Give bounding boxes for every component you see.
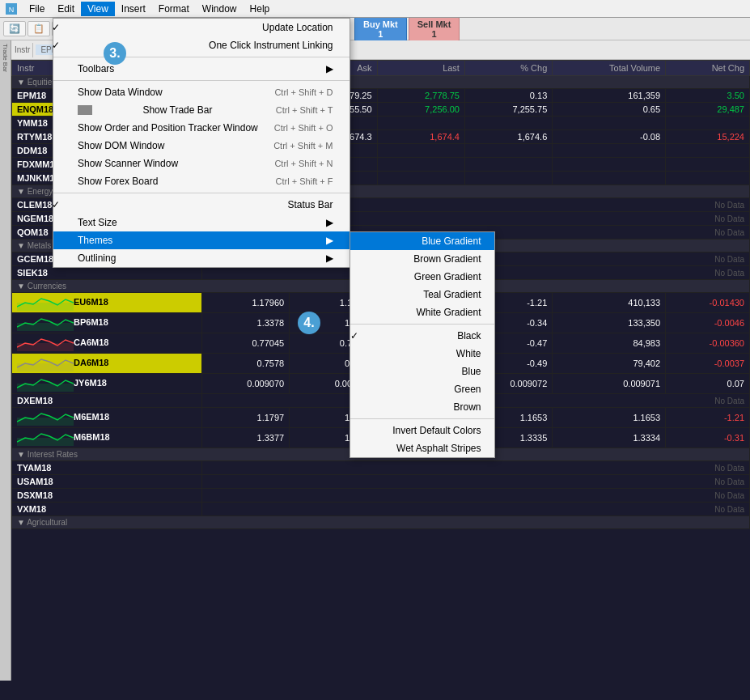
symbol-cell: TYAM18 [12,461,202,475]
menu-sep-3 [53,193,350,193]
symbol-cell: M6EM18 [12,408,202,428]
menu-status-bar[interactable]: ✓ Status Bar [53,196,350,214]
menu-toolbars[interactable]: Toolbars ▶ [53,60,350,78]
step-3-badge: 3. [104,42,126,65]
pchg-cell: 7,255.75 [464,103,552,117]
side-bar: Trade Bar [0,40,11,681]
svg-rect-4 [17,343,74,351]
svg-rect-7 [17,418,74,426]
bid-cell: 0.7578 [201,354,289,374]
theme-brown[interactable]: Brown [350,398,494,416]
nchg-cell: 3.50 [666,89,750,103]
menu-show-trade-bar[interactable]: Show Trade Bar Ctrl + Shift + T [53,101,350,119]
pchg-cell: 0.13 [464,89,552,103]
toolbar-icon-1[interactable]: 🔄 [3,21,26,36]
theme-brown-gradient[interactable]: Brown Gradient [350,250,494,268]
symbol-cell: M6BM18 [12,428,202,448]
nchg-cell [666,158,750,172]
theme-blue[interactable]: Blue [350,363,494,380]
menu-format[interactable]: Format [152,2,196,16]
menu-outlining[interactable]: Outlining ▶ [53,249,350,267]
vol-cell: 161,359 [553,89,666,103]
menu-window[interactable]: Window [196,2,244,16]
vol-cell: 133,350 [553,313,666,333]
no-data-cell: No Data [201,461,749,475]
symbol-cell: CA6M18 [12,333,202,354]
nchg-cell: -0.0037 [666,354,750,374]
group-header: ▼ Agricultural [12,516,750,529]
no-data-cell: No Data [201,489,749,503]
menu-show-scanner[interactable]: Show Scanner Window Ctrl + Shift + N [53,155,350,172]
theme-green-gradient[interactable]: Green Gradient [350,268,494,286]
table-row: DSXM18 No Data [12,489,750,503]
instrument-label: Instr [15,45,30,54]
symbol-cell: SIEK18 [12,266,202,280]
last-cell [377,144,464,158]
arrow-toolbars: ▶ [326,63,333,74]
toolbar-icon-2[interactable]: 📋 [28,21,50,36]
check-status-bar: ✓ [52,199,65,210]
menu-show-data-window[interactable]: Show Data Window Ctrl + Shift + D [53,83,350,101]
bid-cell: 1.3377 [201,428,289,448]
theme-black[interactable]: ✓ Black [350,327,494,345]
menu-file[interactable]: File [23,2,51,16]
menu-sep-1 [53,57,350,57]
menu-update-location[interactable]: ✓ Update Location [53,19,350,36]
symbol-cell: DA6M18 [12,354,202,374]
symbol-cell: DSXM18 [12,489,202,503]
vol-cell [553,144,666,158]
menu-show-dom[interactable]: Show DOM Window Ctrl + Shift + M [53,137,350,155]
svg-rect-8 [17,438,74,446]
nchg-cell [666,172,750,185]
theme-blue-gradient[interactable]: Blue Gradient [350,232,494,250]
menu-themes[interactable]: Themes ▶ Blue Gradient Brown Gradient Gr… [53,231,350,249]
nchg-cell: -1.21 [666,408,750,428]
vol-cell [553,117,666,130]
menu-edit[interactable]: Edit [51,2,81,16]
vol-cell [553,172,666,185]
col-pchg: % Chg [464,61,552,76]
theme-white[interactable]: White [350,345,494,363]
theme-teal-gradient[interactable]: Teal Gradient [350,286,494,303]
vol-cell: 1.3334 [553,428,666,448]
menu-show-forex[interactable]: Show Forex Board Ctrl + Shift + F [53,172,350,190]
theme-green[interactable]: Green [350,380,494,398]
nchg-cell: 29,487 [666,103,750,117]
last-cell [377,117,464,130]
bid-cell: 1.1797 [201,408,289,428]
app-icon: N [3,1,19,17]
menu-text-size[interactable]: Text Size ▶ [53,214,350,231]
arrow-themes: ▶ [326,235,333,246]
arrow-textsize: ▶ [326,217,333,228]
pchg-cell: 1,674.6 [464,130,552,144]
theme-wet-asphalt[interactable]: Wet Asphalt Stripes [350,439,494,457]
vol-cell: 84,983 [553,333,666,354]
menu-view[interactable]: View [81,2,115,16]
nchg-cell [666,144,750,158]
symbol-cell: VXM18 [12,503,202,516]
nchg-cell: -0.00360 [666,333,750,354]
buy-button[interactable]: Buy Mkt1 [354,17,407,41]
symbol-cell: BP6M18 [12,313,202,333]
sell-button[interactable]: Sell Mkt1 [409,17,460,41]
menu-show-order-position[interactable]: Show Order and Position Tracker Window C… [53,119,350,137]
menu-help[interactable]: Help [244,2,277,16]
theme-invert-default[interactable]: Invert Default Colors [350,422,494,439]
symbol-cell: USAM18 [12,475,202,489]
check-update: ✓ [52,22,65,33]
theme-sep-1 [350,324,494,325]
nchg-cell: 0.07 [666,374,750,394]
check-linking: ✓ [52,40,65,51]
theme-white-gradient[interactable]: White Gradient [350,303,494,321]
vol-cell: 79,402 [553,354,666,374]
symbol-cell: EU6M18 [12,293,202,313]
menu-insert[interactable]: Insert [115,2,152,16]
table-row: USAM18 No Data [12,475,750,489]
nchg-cell: -0.01430 [666,293,750,313]
theme-sep-2 [350,418,494,419]
themes-submenu: Blue Gradient Brown Gradient Green Gradi… [350,231,495,458]
menu-one-click-linking[interactable]: ✓ One Click Instrument Linking [53,36,350,54]
menu-sep-2 [53,80,350,81]
no-data-cell: No Data [201,503,749,516]
bid-cell: 1.17960 [201,293,289,313]
